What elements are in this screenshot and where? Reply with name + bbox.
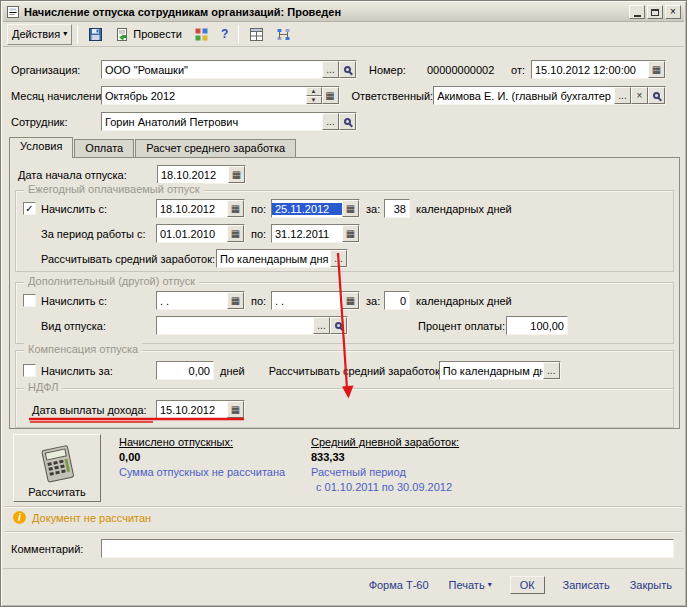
calendar-icon[interactable]: ▦ — [342, 225, 359, 242]
additional-days-field[interactable]: 0 — [384, 291, 410, 310]
save-record-button[interactable]: Записать — [561, 577, 612, 593]
calculate-button-label: Рассчитать — [28, 486, 85, 498]
annual-average-field[interactable]: По календарным дня ... — [216, 249, 348, 268]
post-label: Провести — [133, 28, 182, 40]
annual-to-field[interactable]: 25.11.2012 ▦ — [271, 199, 360, 218]
calendar-icon[interactable]: ▦ — [228, 166, 245, 183]
annual-accrue-row: ✓ Начислить с: 18.10.2012 ▦ по: 25.11.20… — [23, 199, 666, 218]
additional-from-value: . . — [157, 295, 227, 307]
compensation-checkbox[interactable] — [23, 364, 36, 377]
employee-field[interactable]: Горин Анатолий Петрович ... — [101, 112, 357, 131]
responsible-select-button[interactable]: ... — [614, 87, 631, 104]
calendar-icon[interactable]: ▦ — [648, 61, 665, 78]
ok-button[interactable]: ОК — [510, 576, 545, 594]
compensation-average-field[interactable]: По календарным дням ... — [439, 361, 561, 380]
compensation-days-field[interactable]: 0,00 — [156, 361, 214, 380]
organization-select-button[interactable]: ... — [322, 61, 339, 78]
title-bar: Начисление отпуска сотрудникам организац… — [3, 3, 684, 22]
post-button[interactable]: Провести — [110, 24, 187, 45]
calendar-icon[interactable]: ▦ — [227, 401, 244, 418]
income-pay-date-field[interactable]: 15.10.2012 ▦ — [156, 400, 245, 419]
calculation-period-range: с 01.10.2011 по 30.09.2012 — [311, 481, 459, 493]
annual-period-to-value: 31.12.2011 — [272, 228, 342, 240]
minimize-button[interactable] — [629, 5, 645, 19]
annual-period-row: За период работы с: 01.01.2010 ▦ по: 31.… — [41, 224, 666, 243]
vacation-kind-field[interactable]: ... — [156, 316, 348, 335]
save-button[interactable] — [83, 24, 108, 45]
toolbar-separator — [238, 25, 239, 43]
annual-period-from-field[interactable]: 01.01.2010 ▦ — [156, 224, 245, 243]
calendar-icon[interactable]: ▦ — [227, 200, 244, 217]
related-documents-icon — [249, 27, 264, 42]
annual-vacation-group: Ежегодный оплачиваемый отпуск ✓ Начислит… — [15, 190, 674, 272]
document-date-field[interactable]: 15.10.2012 12:00:00 ▦ — [531, 60, 666, 79]
calendar-icon[interactable]: ▦ — [227, 292, 244, 309]
close-button[interactable]: × — [665, 5, 681, 19]
vacation-kind-select-button[interactable]: ... — [313, 317, 330, 334]
employee-select-button[interactable]: ... — [322, 113, 339, 130]
close-icon: × — [670, 7, 676, 17]
vacation-kind-open-button[interactable] — [330, 317, 347, 334]
spin-down-icon[interactable]: ▼ — [306, 96, 322, 105]
maximize-button[interactable] — [647, 5, 663, 19]
annual-period-from-value: 01.01.2010 — [157, 228, 227, 240]
related-documents-button[interactable] — [244, 24, 269, 45]
annual-average-select-button[interactable]: ... — [330, 250, 347, 267]
postings-icon — [194, 27, 209, 42]
employee-open-button[interactable] — [339, 113, 356, 130]
structure-button[interactable] — [271, 24, 296, 45]
annual-period-to-field[interactable]: 31.12.2011 ▦ — [271, 224, 360, 243]
maximize-icon — [651, 9, 659, 16]
calendar-icon[interactable]: ▦ — [342, 292, 359, 309]
employee-value: Горин Анатолий Петрович — [102, 116, 322, 128]
additional-accrue-label: Начислить с: — [41, 295, 156, 307]
calendar-icon[interactable]: ▦ — [322, 87, 339, 104]
comment-row: Комментарий: — [11, 539, 674, 558]
responsible-clear-button[interactable]: × — [631, 87, 648, 104]
search-icon — [335, 322, 342, 329]
calculate-button[interactable]: Рассчитать — [13, 434, 101, 502]
responsible-field[interactable]: Акимова Е. И. (главный бухгалтер ... × — [433, 86, 666, 105]
tab-average-earnings[interactable]: Расчет среднего заработка — [135, 139, 296, 158]
postings-icon-button[interactable] — [189, 24, 214, 45]
print-button[interactable]: Печать ▾ — [447, 577, 494, 593]
calculation-period-link[interactable]: Расчетный период — [311, 466, 459, 478]
calendar-icon[interactable]: ▦ — [342, 200, 359, 217]
accrual-month-value: Октябрь 2012 — [102, 90, 306, 102]
compensation-average-select-button[interactable]: ... — [543, 362, 560, 379]
vacation-start-row: Дата начала отпуска: 18.10.2012 ▦ — [18, 165, 671, 184]
tab-payment[interactable]: Оплата — [74, 139, 134, 158]
organization-row: Организация: ООО "Ромашки" ... Номер: 00… — [11, 60, 666, 79]
responsible-open-button[interactable] — [648, 87, 665, 104]
organization-field[interactable]: ООО "Ромашки" ... — [101, 60, 357, 79]
spin-up-icon[interactable]: ▲ — [306, 87, 322, 96]
number-label: Номер: — [369, 64, 425, 76]
vacation-start-label: Дата начала отпуска: — [18, 169, 157, 181]
comment-input[interactable] — [101, 539, 674, 558]
additional-vacation-group-title: Дополнительный (другой) отпуск — [24, 275, 199, 287]
vacation-start-field[interactable]: 18.10.2012 ▦ — [157, 165, 246, 184]
annual-accrue-checkbox[interactable]: ✓ — [23, 202, 36, 215]
close-form-button[interactable]: Закрыть — [628, 577, 674, 593]
annual-days-value: 38 — [385, 203, 409, 215]
annual-days-field[interactable]: 38 — [384, 199, 410, 218]
compensation-row: Начислить за: 0,00 дней Рассчитывать сре… — [23, 361, 666, 380]
additional-to-field[interactable]: . . ▦ — [271, 291, 360, 310]
help-button[interactable]: ? — [216, 24, 233, 45]
actions-menu-button[interactable]: Действия ▾ — [7, 24, 72, 45]
additional-from-field[interactable]: . . ▦ — [156, 291, 245, 310]
accrual-month-field[interactable]: Октябрь 2012 ▲ ▼ ▦ — [101, 86, 340, 105]
calendar-icon[interactable]: ▦ — [227, 225, 244, 242]
tab-conditions[interactable]: Условия — [9, 137, 73, 158]
annual-from-field[interactable]: 18.10.2012 ▦ — [156, 199, 245, 218]
organization-open-button[interactable] — [339, 61, 356, 78]
help-icon: ? — [221, 27, 228, 41]
pay-percent-field[interactable]: 100,00 — [506, 316, 568, 335]
additional-accrue-checkbox[interactable] — [23, 294, 36, 307]
form-t60-button[interactable]: Форма Т-60 — [367, 577, 431, 593]
annual-days-suffix: календарных дней — [416, 203, 512, 215]
employee-row: Сотрудник: Горин Анатолий Петрович ... — [11, 112, 666, 131]
calculator-icon — [35, 445, 79, 485]
post-icon — [115, 27, 130, 42]
separator — [5, 531, 682, 533]
